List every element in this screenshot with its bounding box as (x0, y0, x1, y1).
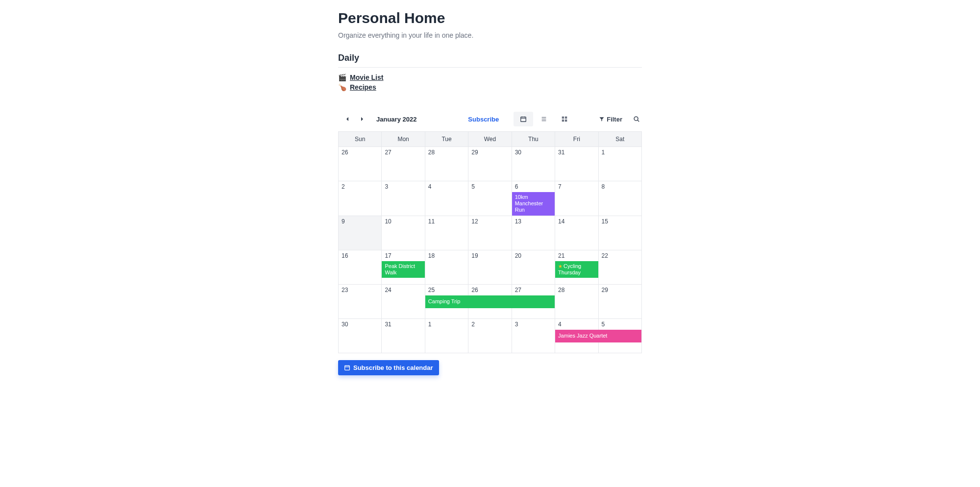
day-cell[interactable]: 29 (598, 284, 641, 318)
calendar-event[interactable]: Peak District Walk (382, 261, 424, 278)
section-divider (338, 67, 642, 68)
day-number: 29 (599, 285, 641, 295)
subscribe-to-calendar-button[interactable]: Subscribe to this calendar (338, 360, 439, 375)
day-number: 4 (555, 319, 598, 330)
day-number: 28 (425, 147, 468, 158)
day-number: 1 (599, 147, 641, 158)
day-cell[interactable]: 8 (598, 181, 641, 216)
day-cell[interactable]: 15 (598, 216, 641, 250)
day-cell[interactable]: 27 (382, 147, 425, 181)
page-title: Personal Home (338, 10, 642, 26)
day-number: 20 (512, 250, 555, 261)
day-cell[interactable]: 30 (512, 147, 555, 181)
day-cell[interactable]: 25Camping Trip (425, 284, 468, 318)
recipes-link[interactable]: Recipes (350, 83, 376, 91)
calendar-view-button[interactable] (514, 112, 533, 126)
search-icon (633, 116, 640, 122)
chevron-right-icon (360, 117, 365, 122)
day-cell[interactable]: 22 (598, 250, 641, 284)
list-icon (540, 116, 547, 122)
food-icon: 🍗 (338, 83, 347, 91)
day-cell[interactable]: 10 (382, 216, 425, 250)
subscribe-link[interactable]: Subscribe (468, 116, 499, 123)
day-number: 7 (555, 181, 598, 192)
calendar-event[interactable]: Jamies Jazz Quartet (555, 330, 641, 342)
day-header: Fri (555, 132, 598, 147)
day-number: 12 (468, 216, 511, 227)
day-cell[interactable]: 11 (425, 216, 468, 250)
day-cell[interactable]: 2 (468, 318, 512, 353)
day-cell[interactable]: 1 (425, 318, 468, 353)
day-number: 3 (512, 319, 555, 330)
day-cell[interactable]: 610km Manchester Run (512, 181, 555, 216)
day-header: Wed (468, 132, 512, 147)
calendar-event[interactable]: ★Cycling Thursday (555, 261, 598, 278)
day-cell[interactable]: 14 (555, 216, 598, 250)
day-number: 2 (339, 181, 381, 192)
subscribe-button-label: Subscribe to this calendar (353, 364, 433, 371)
prev-month-button[interactable] (344, 116, 351, 122)
day-cell[interactable]: 28 (425, 147, 468, 181)
day-cell[interactable]: 21★Cycling Thursday (555, 250, 598, 284)
link-item-movie-list[interactable]: 🎬 Movie List (338, 73, 642, 82)
chevron-left-icon (345, 117, 350, 122)
day-cell[interactable]: 16 (339, 250, 382, 284)
grid-view-button[interactable] (555, 112, 574, 126)
day-number: 8 (599, 181, 641, 192)
search-button[interactable] (633, 116, 640, 122)
day-cell[interactable]: 31 (555, 147, 598, 181)
day-cell[interactable]: 3 (512, 318, 555, 353)
page-subtitle: Organize everything in your life in one … (338, 31, 642, 39)
calendar-event[interactable]: Camping Trip (425, 295, 555, 308)
day-cell[interactable]: 4Jamies Jazz Quartet (555, 318, 598, 353)
day-cell[interactable]: 26 (339, 147, 382, 181)
day-number: 29 (468, 147, 511, 158)
day-cell[interactable]: 5 (468, 181, 512, 216)
next-month-button[interactable] (359, 116, 366, 122)
day-cell[interactable]: 19 (468, 250, 512, 284)
day-cell[interactable]: 29 (468, 147, 512, 181)
day-cell[interactable]: 18 (425, 250, 468, 284)
day-header: Thu (512, 132, 555, 147)
day-cell[interactable]: 31 (382, 318, 425, 353)
day-number: 13 (512, 216, 555, 227)
day-header: Sun (339, 132, 382, 147)
day-number: 31 (382, 319, 424, 330)
day-header: Mon (382, 132, 425, 147)
day-number: 4 (425, 181, 468, 192)
calendar-event[interactable]: 10km Manchester Run (512, 192, 555, 216)
day-cell[interactable]: 2 (339, 181, 382, 216)
day-cell[interactable]: 3 (382, 181, 425, 216)
day-cell[interactable]: 4 (425, 181, 468, 216)
filter-icon (599, 116, 605, 122)
filter-button[interactable]: Filter (599, 116, 622, 123)
day-number: 5 (468, 181, 511, 192)
day-number: 1 (425, 319, 468, 330)
movie-list-link[interactable]: Movie List (350, 73, 383, 81)
svg-rect-10 (565, 120, 567, 122)
day-cell[interactable]: 12 (468, 216, 512, 250)
day-cell[interactable]: 7 (555, 181, 598, 216)
day-cell[interactable]: 17Peak District Walk (382, 250, 425, 284)
day-cell[interactable]: 28 (555, 284, 598, 318)
calendar-toolbar: January 2022 Subscribe Filter (338, 112, 642, 131)
day-number: 16 (339, 250, 381, 261)
day-number: 31 (555, 147, 598, 158)
day-number: 22 (599, 250, 641, 261)
day-cell[interactable]: 9 (339, 216, 382, 250)
link-item-recipes[interactable]: 🍗 Recipes (338, 82, 642, 92)
day-cell[interactable]: 23 (339, 284, 382, 318)
calendar-icon (344, 365, 350, 371)
list-view-button[interactable] (534, 112, 554, 126)
day-cell[interactable]: 1 (598, 147, 641, 181)
svg-rect-0 (521, 117, 526, 122)
day-cell[interactable]: 30 (339, 318, 382, 353)
daily-section-title: Daily (338, 53, 642, 63)
day-cell[interactable]: 13 (512, 216, 555, 250)
day-number: 30 (512, 147, 555, 158)
day-number: 18 (425, 250, 468, 261)
grid-icon (561, 116, 568, 122)
day-cell[interactable]: 20 (512, 250, 555, 284)
calendar-grid: SunMonTueWedThuFriSat 262728293031123456… (338, 131, 642, 353)
day-cell[interactable]: 24 (382, 284, 425, 318)
